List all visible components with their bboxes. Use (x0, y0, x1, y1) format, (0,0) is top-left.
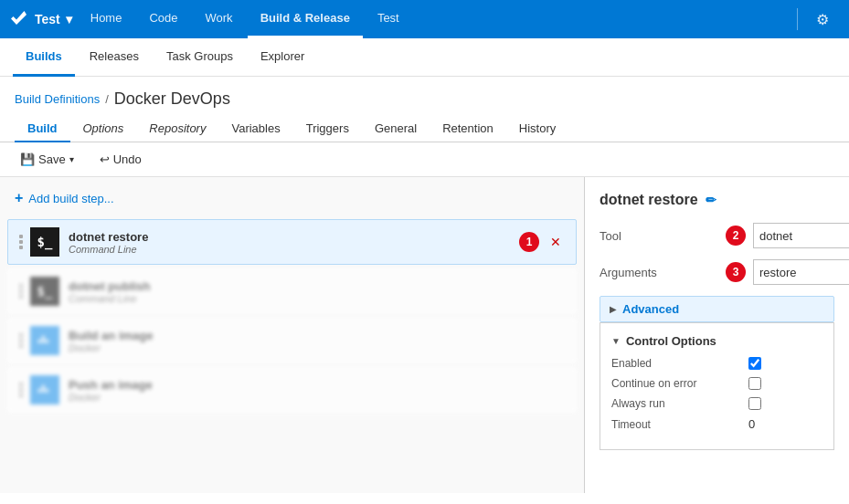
timeout-value: 0 (748, 417, 755, 431)
step-badge: 1 (519, 232, 539, 252)
brand-logo[interactable]: Test ▾ (9, 9, 72, 29)
breadcrumb-link[interactable]: Build Definitions (15, 92, 100, 106)
sec-nav-explorer[interactable]: Explorer (248, 38, 317, 77)
brand-name: Test (35, 12, 60, 26)
undo-label: Undo (113, 152, 142, 166)
add-build-step-button[interactable]: + Add build step... (0, 177, 584, 219)
page-title: Docker DevOps (114, 89, 230, 109)
step-name: dotnet publish (69, 279, 565, 293)
step-delete-button[interactable]: ✕ (547, 233, 565, 251)
build-step-dotnet-publish[interactable]: $_ dotnet publish Command Line (7, 268, 577, 314)
advanced-chevron-icon: ▶ (610, 304, 617, 314)
step-docker-icon (30, 326, 59, 355)
sec-nav-releases[interactable]: Releases (77, 38, 152, 77)
save-button[interactable]: 💾 Save ▾ (15, 150, 80, 169)
step-cmd-icon: $_ (30, 227, 59, 257)
arguments-input[interactable] (753, 259, 849, 285)
step-type: Command Line (69, 244, 519, 255)
step-info: Push an image Docker (69, 378, 565, 403)
tab-repository[interactable]: Repository (136, 116, 218, 142)
form-row-tool: Tool 2 (600, 223, 834, 248)
control-options-title: Control Options (626, 334, 716, 348)
drag-handle (19, 383, 23, 397)
step-info: dotnet restore Command Line (69, 230, 519, 255)
step-type: Command Line (69, 293, 565, 304)
nav-item-build-release[interactable]: Build & Release (248, 0, 363, 38)
build-step-push-image[interactable]: Push an image Docker (7, 367, 577, 413)
nav-item-test[interactable]: Test (365, 0, 412, 38)
edit-title-icon[interactable]: ✏ (706, 193, 716, 207)
step-config-panel: dotnet restore ✏ Tool 2 Arguments 3 ▶ Ad… (585, 177, 849, 493)
always-run-label: Always run (611, 397, 739, 410)
step-info: dotnet publish Command Line (69, 279, 565, 304)
tab-variables[interactable]: Variables (218, 116, 292, 142)
step-name: dotnet restore (69, 230, 519, 244)
tool-input[interactable] (753, 223, 849, 248)
nav-item-code[interactable]: Code (136, 0, 190, 38)
svg-rect-7 (42, 385, 45, 388)
toolbar: 💾 Save ▾ ↩ Undo (0, 142, 849, 177)
advanced-section-header[interactable]: ▶ Advanced (600, 296, 834, 322)
step-name: Push an image (69, 378, 565, 392)
tab-triggers[interactable]: Triggers (293, 116, 362, 142)
control-row-enabled: Enabled (611, 357, 822, 370)
continue-on-error-checkbox[interactable] (748, 377, 761, 390)
advanced-section-title: Advanced (622, 302, 679, 316)
svg-rect-3 (42, 336, 45, 339)
main-content: + Add build step... $_ dotnet restore Co… (0, 177, 849, 493)
step-type: Docker (69, 392, 565, 403)
build-step-dotnet-restore[interactable]: $_ dotnet restore Command Line 1 ✕ (7, 219, 577, 265)
save-icon: 💾 (20, 152, 35, 166)
sec-nav-task-groups[interactable]: Task Groups (154, 38, 246, 77)
svg-rect-4 (38, 389, 41, 392)
svg-rect-2 (46, 340, 48, 342)
tab-history[interactable]: History (506, 116, 568, 142)
tab-options[interactable]: Options (70, 116, 137, 142)
config-panel-title: dotnet restore ✏ (600, 192, 834, 208)
top-nav-items: Home Code Work Build & Release Test (78, 0, 790, 38)
undo-icon: ↩ (100, 152, 110, 166)
breadcrumb-separator: / (105, 92, 109, 106)
enabled-label: Enabled (611, 357, 739, 370)
continue-on-error-label: Continue on error (611, 377, 739, 390)
svg-rect-1 (42, 340, 45, 342)
step-name: Build an image (69, 329, 565, 342)
svg-rect-6 (46, 389, 48, 392)
drag-handle (19, 284, 23, 299)
build-step-build-image[interactable]: Build an image Docker (7, 318, 577, 363)
save-label: Save (38, 152, 66, 166)
always-run-checkbox[interactable] (748, 397, 761, 410)
undo-button[interactable]: ↩ Undo (94, 150, 147, 169)
config-title-text: dotnet restore (600, 192, 698, 208)
field-badge-3: 3 (726, 262, 746, 282)
build-steps-panel: + Add build step... $_ dotnet restore Co… (0, 177, 585, 493)
add-icon: + (15, 190, 23, 206)
control-row-always-run: Always run (611, 397, 822, 410)
control-options-section: ▼ Control Options Enabled Continue on er… (600, 322, 834, 450)
nav-item-work[interactable]: Work (193, 0, 246, 38)
tab-build[interactable]: Build (15, 116, 70, 142)
vs-logo-icon (9, 9, 29, 29)
form-row-arguments: Arguments 3 (600, 259, 834, 285)
tab-bar: Build Options Repository Variables Trigg… (0, 116, 849, 142)
step-type: Docker (69, 342, 565, 353)
top-navigation: Test ▾ Home Code Work Build & Release Te… (0, 0, 849, 38)
control-row-timeout: Timeout 0 (611, 417, 822, 431)
add-step-label: Add build step... (28, 192, 113, 205)
svg-rect-0 (38, 340, 41, 342)
drag-handle (19, 235, 23, 249)
brand-dropdown-icon[interactable]: ▾ (66, 12, 72, 26)
sec-nav-builds[interactable]: Builds (13, 38, 75, 77)
control-row-continue-on-error: Continue on error (611, 377, 822, 390)
step-info: Build an image Docker (69, 329, 565, 353)
tab-general[interactable]: General (362, 116, 430, 142)
settings-icon[interactable]: ⚙ (805, 0, 840, 38)
svg-rect-5 (42, 389, 45, 392)
step-cmd-icon: $_ (30, 277, 59, 306)
enabled-checkbox[interactable] (748, 357, 761, 370)
nav-separator (797, 8, 798, 30)
drag-handle (19, 333, 23, 348)
tab-retention[interactable]: Retention (430, 116, 506, 142)
nav-item-home[interactable]: Home (78, 0, 135, 38)
step-docker-icon (30, 375, 59, 404)
